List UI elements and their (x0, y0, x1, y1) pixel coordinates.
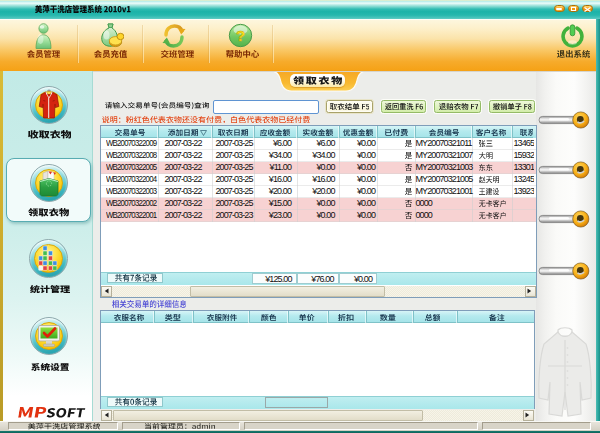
svg-text:?: ? (235, 27, 244, 44)
